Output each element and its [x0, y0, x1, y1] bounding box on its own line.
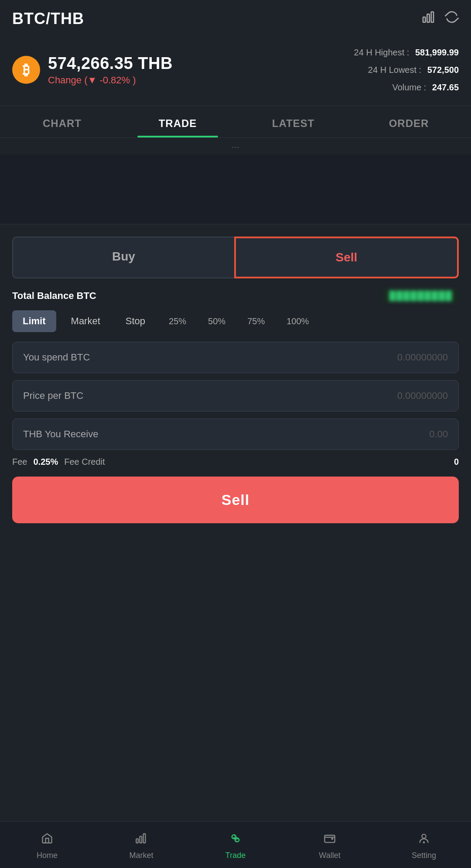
lowest-value: 572,500 [427, 65, 459, 75]
balance-row: Total Balance BTC █████████ [12, 289, 459, 302]
tab-order[interactable]: ORDER [351, 106, 467, 137]
limit-button[interactable]: Limit [12, 310, 56, 332]
wallet-icon [324, 832, 336, 847]
volume-value: 247.65 [432, 82, 459, 92]
sell-action-button[interactable]: Sell [12, 477, 459, 523]
nav-wallet[interactable]: Wallet [283, 829, 377, 864]
nav-market[interactable]: Market [94, 829, 188, 864]
svg-rect-5 [143, 834, 146, 843]
tab-chart[interactable]: CHART [4, 106, 120, 137]
fee-value: 0.25% [33, 457, 58, 467]
header-icons [421, 10, 459, 27]
tab-dots: ··· [0, 138, 471, 154]
nav-home-label: Home [37, 851, 58, 860]
btc-logo: ₿ [12, 56, 40, 84]
change-label: Change [48, 75, 82, 86]
order-type-row: Limit Market Stop 25% 50% 75% 100% [12, 310, 459, 332]
price-per-btc-label: Price per BTC [23, 390, 397, 401]
nav-setting[interactable]: Setting [377, 829, 471, 864]
price-left: ₿ 574,266.35 THB Change (▼ -0.82% ) [12, 54, 173, 86]
price-per-btc-value: 0.00000000 [397, 390, 448, 401]
100pct-button[interactable]: 100% [278, 312, 317, 331]
page-title: BTC/THB [12, 10, 84, 28]
thb-receive-label: THB You Receive [23, 429, 429, 440]
setting-icon [418, 832, 430, 847]
tab-bar: CHART TRADE LATEST ORDER [0, 106, 471, 138]
svg-rect-3 [136, 839, 138, 843]
thb-receive-field[interactable]: THB You Receive 0.00 [12, 419, 459, 450]
price-per-btc-field[interactable]: Price per BTC 0.00000000 [12, 380, 459, 412]
svg-rect-2 [431, 12, 433, 22]
svg-rect-4 [140, 836, 142, 843]
nav-market-label: Market [129, 851, 153, 860]
market-icon [135, 832, 147, 847]
balance-label: Total Balance BTC [12, 290, 96, 302]
highest-value: 581,999.99 [415, 48, 459, 57]
spend-btc-value: 0.00000000 [397, 352, 448, 363]
nav-trade[interactable]: Trade [188, 829, 283, 864]
nav-home[interactable]: Home [0, 829, 94, 864]
thb-receive-value: 0.00 [429, 429, 448, 440]
change-arrow: (▼ [84, 75, 99, 86]
svg-point-10 [423, 842, 424, 843]
fee-label: Fee [12, 457, 27, 467]
buy-sell-toggle: Buy Sell [12, 237, 459, 278]
change-value: -0.82% [99, 75, 130, 86]
spend-btc-label: You spend BTC [23, 352, 397, 363]
sell-button[interactable]: Sell [234, 237, 459, 278]
highest-row: 24 H Highest : 581,999.99 [354, 44, 459, 61]
price-change: Change (▼ -0.82% ) [48, 75, 173, 86]
svg-rect-8 [324, 835, 334, 842]
chart-area [0, 154, 471, 224]
refresh-icon[interactable] [445, 10, 459, 27]
price-stats: 24 H Highest : 581,999.99 24 H Lowest : … [354, 44, 459, 96]
fee-credit-label: Fee Credit [64, 457, 105, 467]
spend-btc-field[interactable]: You spend BTC 0.00000000 [12, 342, 459, 373]
fee-row: Fee 0.25% Fee Credit 0 [12, 457, 459, 467]
price-info: 574,266.35 THB Change (▼ -0.82% ) [48, 54, 173, 86]
75pct-button[interactable]: 75% [239, 312, 273, 331]
trade-icon [229, 832, 242, 847]
trade-section: Buy Sell Total Balance BTC █████████ Lim… [0, 224, 471, 821]
bottom-nav: Home Market Trade [0, 821, 471, 868]
nav-wallet-label: Wallet [319, 851, 340, 860]
balance-value: █████████ [383, 289, 459, 302]
tab-trade[interactable]: TRADE [120, 106, 236, 137]
svg-point-9 [422, 834, 426, 838]
header: BTC/THB [0, 0, 471, 36]
50pct-button[interactable]: 50% [199, 312, 234, 331]
lowest-row: 24 H Lowest : 572,500 [354, 61, 459, 79]
tab-latest[interactable]: LATEST [236, 106, 351, 137]
price-value: 574,266.35 THB [48, 54, 173, 73]
price-row: ₿ 574,266.35 THB Change (▼ -0.82% ) 24 H… [0, 36, 471, 106]
svg-rect-1 [427, 14, 429, 22]
fee-credit-value: 0 [454, 457, 459, 467]
btc-symbol: ₿ [23, 62, 30, 78]
buy-button[interactable]: Buy [12, 237, 235, 278]
volume-row: Volume : 247.65 [354, 79, 459, 96]
bar-chart-icon[interactable] [421, 10, 435, 27]
svg-rect-0 [423, 17, 425, 22]
nav-trade-label: Trade [225, 851, 246, 860]
home-icon [41, 832, 53, 847]
25pct-button[interactable]: 25% [160, 312, 195, 331]
stop-button[interactable]: Stop [115, 310, 156, 332]
nav-setting-label: Setting [412, 851, 436, 860]
market-button[interactable]: Market [61, 310, 111, 332]
